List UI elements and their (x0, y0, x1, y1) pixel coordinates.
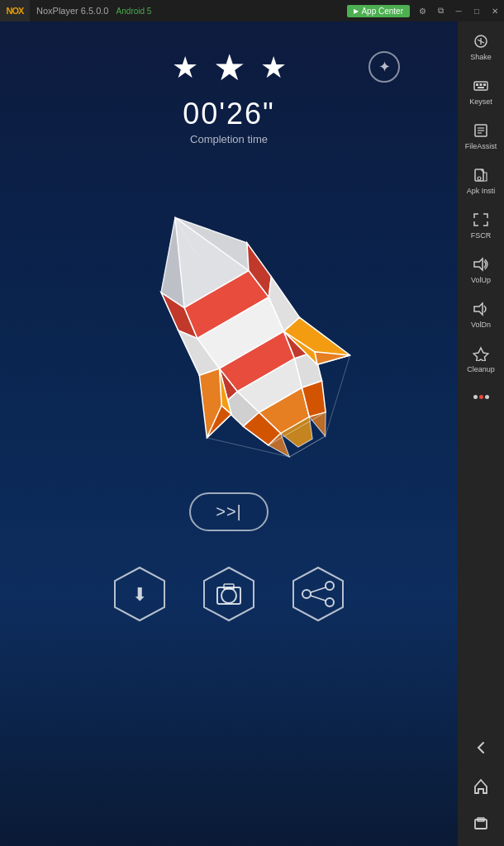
voldn-label: VolDn (471, 321, 491, 329)
back-button[interactable] (458, 729, 504, 767)
close-icon[interactable]: ✕ (486, 0, 504, 21)
star-1-icon: ★ (172, 50, 198, 85)
svg-line-49 (311, 596, 326, 601)
bottom-icons-bar: ⬇ (110, 564, 348, 624)
completion-label: Completion time (183, 133, 275, 145)
home-icon (472, 777, 490, 795)
apk-icon (473, 168, 489, 185)
svg-marker-63 (474, 259, 483, 270)
minimize-icon[interactable]: ─ (449, 0, 468, 21)
rocket-svg (72, 154, 386, 468)
volup-label: VolUp (471, 276, 491, 284)
stars-rating: ★ ★ ★ (172, 46, 287, 88)
more-dot-1 (473, 395, 478, 399)
sidebar-item-fileassist[interactable]: FileAssist (458, 114, 504, 159)
emulator-screen: ✦ ★ ★ ★ 00'26" Completion time (0, 21, 458, 846)
fscr-icon (473, 212, 489, 230)
sidebar-item-fscr[interactable]: FSCR (458, 203, 504, 248)
svg-point-45 (326, 582, 334, 590)
fileassist-label: FileAssist (465, 142, 497, 150)
svg-rect-54 (483, 83, 486, 86)
sidebar-item-volup[interactable]: VolUp (458, 248, 504, 292)
sidebar-item-cleanup[interactable]: Cleanup (458, 337, 504, 382)
svg-marker-40 (204, 568, 254, 620)
recents-button[interactable] (458, 805, 504, 843)
app-center-button[interactable]: App Center (347, 5, 410, 17)
window-controls: ⚙ ⧉ ─ □ ✕ (413, 0, 504, 21)
svg-line-48 (311, 587, 326, 592)
star-fav-icon: ✦ (378, 58, 391, 76)
skip-icon: >>| (216, 502, 242, 521)
back-icon (472, 739, 490, 757)
svg-marker-64 (474, 303, 483, 315)
title-text: NoxPlayer 6.5.0.0 Android 5 (30, 6, 347, 16)
camera-button[interactable] (199, 564, 259, 624)
cleanup-label: Cleanup (467, 365, 495, 373)
svg-point-41 (221, 588, 236, 603)
apk-label: Apk Insti (467, 187, 496, 195)
sidebar: Shake Keyset (458, 21, 504, 846)
star-3-icon: ★ (260, 50, 287, 85)
restore-icon[interactable]: ⧉ (431, 0, 449, 21)
more-dot-2 (479, 395, 483, 399)
svg-rect-53 (480, 83, 483, 86)
shake-icon (473, 34, 489, 51)
more-dot-3 (485, 395, 489, 399)
skip-button[interactable]: >>| (189, 492, 269, 531)
main-layout: ✦ ★ ★ ★ 00'26" Completion time (0, 21, 504, 846)
settings-icon[interactable]: ⚙ (413, 0, 431, 21)
download-button[interactable]: ⬇ (110, 564, 169, 624)
volup-icon (473, 257, 489, 274)
title-bar: NOX NoxPlayer 6.5.0.0 Android 5 App Cent… (0, 0, 504, 21)
fileassist-icon (473, 123, 489, 140)
maximize-icon[interactable]: □ (468, 0, 486, 21)
sidebar-item-voldn[interactable]: VolDn (458, 292, 504, 337)
share-button[interactable] (288, 564, 348, 624)
sidebar-item-keyset[interactable]: Keyset (458, 69, 504, 114)
more-button[interactable] (458, 382, 504, 411)
sidebar-item-apk[interactable]: Apk Insti (458, 159, 504, 203)
svg-rect-52 (476, 83, 478, 86)
svg-point-61 (478, 177, 481, 180)
keyset-label: Keyset (469, 97, 492, 106)
cleanup-icon (473, 346, 489, 364)
svg-text:⬇: ⬇ (132, 584, 147, 605)
star-2-icon: ★ (213, 46, 245, 88)
rocket-graphic (72, 154, 386, 468)
favorite-button[interactable]: ✦ (368, 51, 400, 83)
timer-display: 00'26" (183, 97, 275, 131)
keyset-icon (473, 78, 489, 96)
svg-marker-44 (293, 568, 343, 620)
recents-icon (472, 815, 490, 833)
timer-area: 00'26" Completion time (183, 97, 275, 145)
home-button[interactable] (458, 767, 504, 805)
voldn-icon (473, 302, 489, 319)
sidebar-item-shake[interactable]: Shake (458, 25, 504, 69)
svg-point-47 (326, 598, 334, 606)
nox-logo-text: NOX (7, 6, 24, 16)
svg-point-46 (302, 590, 311, 598)
fscr-label: FSCR (471, 231, 492, 240)
shake-label: Shake (470, 53, 492, 61)
nox-logo: NOX (0, 0, 30, 21)
svg-rect-55 (478, 87, 484, 88)
